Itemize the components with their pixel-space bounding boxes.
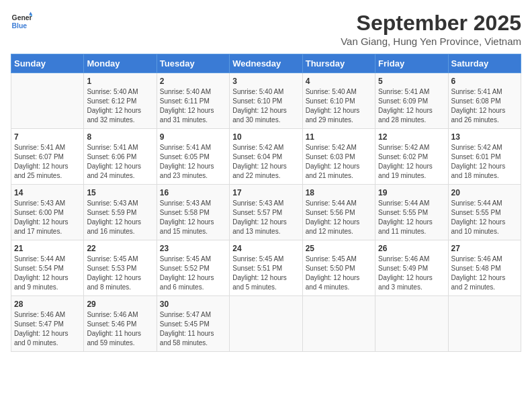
calendar-cell: 14Sunrise: 5:43 AM Sunset: 6:00 PM Dayli… [11,185,84,240]
day-info: Sunrise: 5:45 AM Sunset: 5:51 PM Dayligh… [232,255,299,292]
day-info: Sunrise: 5:42 AM Sunset: 6:04 PM Dayligh… [232,143,299,181]
day-info: Sunrise: 5:43 AM Sunset: 5:59 PM Dayligh… [87,199,153,236]
day-info: Sunrise: 5:45 AM Sunset: 5:50 PM Dayligh… [306,255,372,292]
calendar-cell: 10Sunrise: 5:42 AM Sunset: 6:04 PM Dayli… [230,129,302,185]
day-number: 9 [160,132,226,142]
calendar-cell: 28Sunrise: 5:46 AM Sunset: 5:47 PM Dayli… [11,296,84,352]
svg-text:Blue: Blue [12,22,28,30]
day-info: Sunrise: 5:43 AM Sunset: 5:57 PM Dayligh… [232,199,299,236]
day-number: 5 [378,77,445,86]
calendar-cell: 4Sunrise: 5:40 AM Sunset: 6:10 PM Daylig… [302,73,375,129]
day-number: 4 [306,77,372,86]
day-info: Sunrise: 5:41 AM Sunset: 6:07 PM Dayligh… [14,143,81,181]
logo: General Blue [11,11,32,32]
day-info: Sunrise: 5:44 AM Sunset: 5:55 PM Dayligh… [451,199,518,236]
calendar-cell: 26Sunrise: 5:46 AM Sunset: 5:49 PM Dayli… [375,240,448,296]
day-number: 15 [87,188,153,197]
calendar-cell: 1Sunrise: 5:40 AM Sunset: 6:12 PM Daylig… [84,73,157,129]
day-info: Sunrise: 5:46 AM Sunset: 5:47 PM Dayligh… [14,310,81,348]
calendar-cell: 12Sunrise: 5:42 AM Sunset: 6:02 PM Dayli… [375,129,448,185]
day-info: Sunrise: 5:46 AM Sunset: 5:49 PM Dayligh… [378,255,445,292]
day-number: 20 [451,188,518,197]
day-number: 26 [378,244,445,253]
calendar-cell: 29Sunrise: 5:46 AM Sunset: 5:46 PM Dayli… [84,296,157,352]
calendar-cell: 22Sunrise: 5:45 AM Sunset: 5:53 PM Dayli… [84,240,157,296]
day-info: Sunrise: 5:46 AM Sunset: 5:48 PM Dayligh… [451,255,518,292]
day-number: 17 [232,188,299,197]
header-saturday: Saturday [448,54,521,73]
calendar-cell: 15Sunrise: 5:43 AM Sunset: 5:59 PM Dayli… [84,185,157,240]
location-title: Van Giang, Hung Yen Province, Vietnam [341,36,521,47]
day-number: 3 [232,77,299,86]
day-number: 10 [232,132,299,142]
calendar-cell: 3Sunrise: 5:40 AM Sunset: 6:10 PM Daylig… [230,73,302,129]
calendar-cell: 17Sunrise: 5:43 AM Sunset: 5:57 PM Dayli… [230,185,302,240]
day-number: 18 [306,188,372,197]
calendar-week-row: 21Sunrise: 5:44 AM Sunset: 5:54 PM Dayli… [11,240,521,296]
header-tuesday: Tuesday [157,54,229,73]
calendar-week-row: 14Sunrise: 5:43 AM Sunset: 6:00 PM Dayli… [11,185,521,240]
calendar-week-row: 7Sunrise: 5:41 AM Sunset: 6:07 PM Daylig… [11,129,521,185]
day-info: Sunrise: 5:40 AM Sunset: 6:11 PM Dayligh… [160,87,226,125]
header-monday: Monday [84,54,157,73]
header-wednesday: Wednesday [230,54,302,73]
calendar-cell: 16Sunrise: 5:43 AM Sunset: 5:58 PM Dayli… [157,185,229,240]
calendar-cell [11,73,84,129]
header-sunday: Sunday [11,54,84,73]
svg-text:General: General [12,14,32,21]
day-number: 30 [160,300,226,309]
day-number: 19 [378,188,445,197]
day-info: Sunrise: 5:45 AM Sunset: 5:52 PM Dayligh… [160,255,226,292]
day-info: Sunrise: 5:44 AM Sunset: 5:55 PM Dayligh… [378,199,445,236]
day-info: Sunrise: 5:40 AM Sunset: 6:10 PM Dayligh… [306,87,372,125]
day-number: 1 [87,77,153,86]
calendar-cell [302,296,375,352]
day-number: 23 [160,244,226,253]
calendar-cell: 9Sunrise: 5:41 AM Sunset: 6:05 PM Daylig… [157,129,229,185]
calendar-cell: 5Sunrise: 5:41 AM Sunset: 6:09 PM Daylig… [375,73,448,129]
calendar-cell: 8Sunrise: 5:41 AM Sunset: 6:06 PM Daylig… [84,129,157,185]
day-number: 12 [378,132,445,142]
day-info: Sunrise: 5:44 AM Sunset: 5:56 PM Dayligh… [306,199,372,236]
header-friday: Friday [375,54,448,73]
calendar-week-row: 28Sunrise: 5:46 AM Sunset: 5:47 PM Dayli… [11,296,521,352]
calendar-cell: 11Sunrise: 5:42 AM Sunset: 6:03 PM Dayli… [302,129,375,185]
calendar-cell: 25Sunrise: 5:45 AM Sunset: 5:50 PM Dayli… [302,240,375,296]
day-info: Sunrise: 5:47 AM Sunset: 5:45 PM Dayligh… [160,310,226,348]
calendar-table: SundayMondayTuesdayWednesdayThursdayFrid… [11,54,521,352]
calendar-cell: 21Sunrise: 5:44 AM Sunset: 5:54 PM Dayli… [11,240,84,296]
day-info: Sunrise: 5:43 AM Sunset: 6:00 PM Dayligh… [14,199,81,236]
calendar-cell: 23Sunrise: 5:45 AM Sunset: 5:52 PM Dayli… [157,240,229,296]
day-number: 2 [160,77,226,86]
day-info: Sunrise: 5:45 AM Sunset: 5:53 PM Dayligh… [87,255,153,292]
title-area: September 2025 Van Giang, Hung Yen Provi… [341,11,521,47]
calendar-cell: 27Sunrise: 5:46 AM Sunset: 5:48 PM Dayli… [448,240,521,296]
calendar-cell: 13Sunrise: 5:42 AM Sunset: 6:01 PM Dayli… [448,129,521,185]
calendar-cell [375,296,448,352]
day-number: 28 [14,300,81,309]
day-info: Sunrise: 5:42 AM Sunset: 6:02 PM Dayligh… [378,143,445,181]
day-info: Sunrise: 5:41 AM Sunset: 6:06 PM Dayligh… [87,143,153,181]
day-number: 13 [451,132,518,142]
calendar-cell: 6Sunrise: 5:41 AM Sunset: 6:08 PM Daylig… [448,73,521,129]
day-info: Sunrise: 5:41 AM Sunset: 6:08 PM Dayligh… [451,87,518,125]
day-number: 29 [87,300,153,309]
day-number: 8 [87,132,153,142]
header-thursday: Thursday [302,54,375,73]
calendar-cell: 30Sunrise: 5:47 AM Sunset: 5:45 PM Dayli… [157,296,229,352]
day-info: Sunrise: 5:46 AM Sunset: 5:46 PM Dayligh… [87,310,153,348]
calendar-cell [448,296,521,352]
day-number: 7 [14,132,81,142]
day-info: Sunrise: 5:40 AM Sunset: 6:12 PM Dayligh… [87,87,153,125]
calendar-cell [230,296,302,352]
calendar-cell: 24Sunrise: 5:45 AM Sunset: 5:51 PM Dayli… [230,240,302,296]
header: General Blue September 2025 Van Giang, H… [11,11,521,47]
day-info: Sunrise: 5:42 AM Sunset: 6:01 PM Dayligh… [451,143,518,181]
day-number: 25 [306,244,372,253]
day-info: Sunrise: 5:44 AM Sunset: 5:54 PM Dayligh… [14,255,81,292]
month-title: September 2025 [341,11,521,36]
calendar-week-row: 1Sunrise: 5:40 AM Sunset: 6:12 PM Daylig… [11,73,521,129]
day-number: 27 [451,244,518,253]
day-number: 14 [14,188,81,197]
day-info: Sunrise: 5:41 AM Sunset: 6:05 PM Dayligh… [160,143,226,181]
